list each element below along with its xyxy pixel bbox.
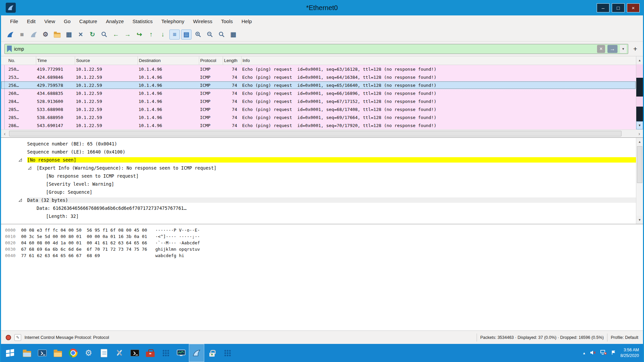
detail-line[interactable]: Sequence number (LE): 16640 (0x4100) (1, 148, 636, 156)
scroll-right-icon[interactable]: › (636, 130, 643, 138)
hex-row[interactable]: 0020 04 60 08 00 4d 1a 00 01 00 41 61 62… (5, 240, 643, 246)
expert-info-icon[interactable] (6, 335, 11, 340)
admin-tools-icon[interactable] (112, 344, 127, 362)
menu-item-go[interactable]: Go (59, 15, 75, 27)
taskbar-clock[interactable]: 3:56 AM 8/25/2020 (620, 347, 639, 359)
column-header-destination[interactable]: Destination (138, 56, 199, 65)
go-to-packet-icon[interactable]: ↪ (134, 29, 145, 40)
column-header-info[interactable]: Info (241, 56, 636, 65)
zoom-in-icon[interactable] (193, 29, 203, 40)
filter-input[interactable] (14, 46, 595, 52)
expand-toggle-icon[interactable] (18, 158, 27, 162)
colorize-icon[interactable]: ▤ (181, 29, 192, 40)
resize-columns-icon[interactable]: ▦ (228, 29, 238, 40)
add-filter-button[interactable]: + (631, 45, 640, 53)
auto-scroll-icon[interactable]: ≡ (169, 29, 180, 40)
restart-capture-icon[interactable] (29, 29, 39, 40)
settings-gear-icon[interactable]: ⚙ (81, 344, 96, 362)
open-file-icon[interactable] (52, 29, 62, 40)
packet-row-selected[interactable]: 256… 429.759578 10.1.22.59 10.1.4.96 ICM… (1, 81, 636, 89)
zoom-out-icon[interactable] (205, 29, 215, 40)
menu-item-edit[interactable]: Edit (22, 15, 40, 27)
wireshark-taskbar-icon[interactable] (189, 344, 204, 362)
stop-capture-icon[interactable]: ■ (17, 29, 27, 40)
chrome-icon[interactable] (65, 344, 81, 362)
scroll-down-icon[interactable]: ▼ (636, 216, 643, 224)
bookmark-icon[interactable] (7, 46, 12, 52)
security-lock-icon[interactable] (204, 344, 220, 362)
packet-list-scrollbar[interactable]: ▲ ▼ (636, 56, 643, 129)
menu-item-help[interactable]: Help (237, 15, 256, 27)
network-status-icon[interactable] (600, 350, 607, 356)
menu-item-telephony[interactable]: Telephony (157, 15, 189, 27)
scrollbar-track[interactable] (636, 183, 643, 216)
hex-row[interactable]: 0030 67 68 69 6a 6b 6c 6d 6e 6f 70 71 72… (5, 246, 643, 252)
filter-dropdown-icon[interactable]: ▼ (620, 45, 627, 53)
column-header-protocol[interactable]: Protocol (199, 56, 223, 65)
toolbox-icon[interactable] (143, 344, 158, 362)
apply-filter-icon[interactable]: → (607, 45, 618, 53)
profile-selector[interactable]: Profile: Default (611, 335, 638, 340)
packet-row[interactable]: 285… 538.688950 10.1.22.59 10.1.4.96 ICM… (1, 113, 636, 121)
column-header-no[interactable]: No. (1, 56, 36, 65)
packet-minimap[interactable] (636, 64, 643, 121)
start-capture-icon[interactable] (5, 29, 15, 40)
menu-item-wireless[interactable]: Wireless (189, 15, 217, 27)
start-button[interactable] (1, 344, 19, 362)
expand-toggle-icon[interactable] (28, 166, 37, 170)
horizontal-scrollbar[interactable]: ‹ › (1, 129, 643, 137)
menu-item-view[interactable]: View (40, 15, 59, 27)
detail-line[interactable]: [Severity level: Warning] (1, 180, 636, 188)
go-first-packet-icon[interactable]: ↑ (146, 29, 156, 40)
packet-row[interactable]: 285… 533.688908 10.1.22.59 10.1.4.96 ICM… (1, 105, 636, 113)
go-forward-icon[interactable]: → (122, 29, 133, 40)
scroll-down-icon[interactable]: ▼ (636, 121, 643, 129)
close-file-icon[interactable]: × (75, 29, 86, 40)
menu-item-file[interactable]: File (6, 15, 22, 27)
command-prompt-icon[interactable] (127, 344, 143, 362)
capture-options-icon[interactable]: ⚙ (40, 29, 51, 40)
hex-row[interactable]: 0040 77 61 62 63 64 65 66 67 68 69 wabcd… (5, 252, 643, 259)
file-explorer-icon[interactable] (19, 344, 35, 362)
close-button[interactable]: × (627, 3, 640, 12)
filter-field[interactable]: × → ▼ (4, 44, 628, 54)
notification-flag-icon[interactable] (611, 350, 616, 356)
scroll-left-icon[interactable]: ‹ (1, 130, 8, 138)
go-back-icon[interactable]: ← (111, 29, 121, 40)
save-file-icon[interactable]: ▦ (64, 29, 74, 40)
column-header-time[interactable]: Time (36, 56, 75, 65)
packet-row[interactable]: 250… 419.772991 10.1.22.59 10.1.4.96 ICM… (1, 65, 636, 73)
annotation-pencil-icon[interactable]: ✎ (14, 334, 21, 341)
scrollbar-thumb[interactable] (9, 131, 622, 136)
packet-row[interactable]: 260… 434.688835 10.1.22.59 10.1.4.96 ICM… (1, 89, 636, 97)
detail-line-expert-info[interactable]: [Expert Info (Warning/Sequence): No resp… (1, 164, 636, 172)
find-packet-icon[interactable] (99, 29, 109, 40)
detail-line[interactable]: [Length: 32] (1, 212, 636, 220)
menu-item-statistics[interactable]: Statistics (128, 15, 157, 27)
packet-row[interactable]: 253… 424.689846 10.1.22.59 10.1.4.96 ICM… (1, 73, 636, 81)
app-grid-icon[interactable] (158, 344, 173, 362)
hex-row[interactable]: 0010 00 3c 5e 5d 00 00 80 01 00 00 0a 01… (5, 233, 643, 240)
task-manager-icon[interactable] (173, 344, 189, 362)
menu-item-analyze[interactable]: Analyze (102, 15, 128, 27)
packet-row[interactable]: 284… 528.913600 10.1.22.59 10.1.4.96 ICM… (1, 97, 636, 105)
detail-line[interactable]: [Group: Sequence] (1, 188, 636, 196)
menu-item-capture[interactable]: Capture (75, 15, 101, 27)
column-header-length[interactable]: Length (223, 56, 241, 65)
scrollbar-thumb[interactable] (637, 146, 642, 183)
hex-row[interactable]: 0000 00 08 e3 ff fc 04 00 50 56 95 f1 6f… (5, 227, 643, 233)
scroll-up-icon[interactable]: ▲ (636, 138, 643, 146)
column-header-source[interactable]: Source (75, 56, 138, 65)
detail-line[interactable]: Data: 6162636465666768696a6b6c6d6e6f7071… (1, 204, 636, 212)
scroll-up-icon[interactable]: ▲ (636, 56, 643, 64)
zoom-reset-icon[interactable] (216, 29, 227, 40)
powershell-icon[interactable] (35, 344, 50, 362)
hidden-icons-button[interactable]: ▲ (582, 351, 586, 355)
clear-filter-icon[interactable]: × (597, 45, 605, 53)
packet-row[interactable]: 286… 543.690147 10.1.22.59 10.1.4.96 ICM… (1, 121, 636, 129)
detail-line-no-response[interactable]: [No response seen] (1, 156, 636, 164)
details-scrollbar[interactable]: ▲ ▼ (636, 138, 643, 224)
expand-toggle-icon[interactable] (18, 198, 27, 202)
volume-muted-icon[interactable] (590, 350, 596, 356)
app-grid-icon[interactable] (220, 344, 235, 362)
